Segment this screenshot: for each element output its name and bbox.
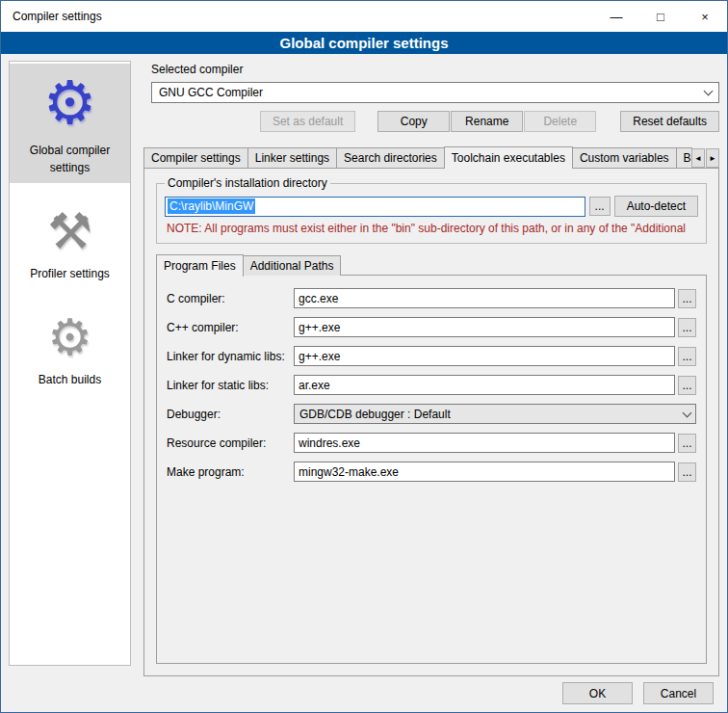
window-title: Compiler settings <box>1 10 594 23</box>
tab-scroll-left-icon[interactable]: ◄ <box>691 148 705 168</box>
copy-button[interactable]: Copy <box>377 111 450 132</box>
linker-static-browse-button[interactable]: ... <box>678 376 696 395</box>
form-row-cpp-compiler: C++ compiler: g++.exe ... <box>167 317 696 337</box>
tab-linker-settings[interactable]: Linker settings <box>247 147 337 168</box>
gear-blue-icon: ⚙ <box>13 73 127 133</box>
program-tabstrip: Program Files Additional Paths <box>156 253 718 276</box>
form-row-resource-compiler: Resource compiler: windres.exe ... <box>167 433 696 453</box>
minimize-button[interactable]: — <box>594 1 638 32</box>
installation-directory-row: C:\raylib\MinGW ... Auto-detect <box>165 196 698 217</box>
form-row-linker-static: Linker for static libs: ar.exe ... <box>167 375 696 395</box>
cancel-button[interactable]: Cancel <box>643 682 714 704</box>
titlebar: Compiler settings — □ × <box>1 1 727 32</box>
make-program-value: mingw32-make.exe <box>299 465 399 479</box>
installation-directory-input[interactable]: C:\raylib\MinGW <box>165 197 585 217</box>
sidebar-item-label: Profiler settings <box>30 267 110 280</box>
form-row-debugger: Debugger: GDB/CDB debugger : Default <box>167 404 696 424</box>
compiler-button-row: Set as default Copy Rename Delete Reset … <box>143 111 719 132</box>
delete-button[interactable]: Delete <box>524 111 596 132</box>
linker-dynamic-label: Linker for dynamic libs: <box>167 350 294 363</box>
ok-button[interactable]: OK <box>562 682 633 704</box>
sidebar-item-label: Batch builds <box>39 373 101 386</box>
c-compiler-label: C compiler: <box>167 292 294 305</box>
form-row-make-program: Make program: mingw32-make.exe ... <box>167 462 696 482</box>
linker-dynamic-value: g++.exe <box>299 350 340 363</box>
debugger-label: Debugger: <box>167 408 294 421</box>
sidebar-item-batch-builds[interactable]: ⚙ Batch builds <box>10 303 130 395</box>
browse-directory-button[interactable]: ... <box>589 197 611 216</box>
tab-toolchain-executables[interactable]: Toolchain executables <box>444 146 573 169</box>
form-row-c-compiler: C compiler: gcc.exe ... <box>167 288 696 308</box>
make-program-browse-button[interactable]: ... <box>678 462 696 482</box>
cpp-compiler-label: C++ compiler: <box>167 321 294 334</box>
set-as-default-button[interactable]: Set as default <box>260 111 355 132</box>
sidebar: ⚙ Global compiler settings ⚒ Profiler se… <box>9 61 131 666</box>
form-row-linker-dynamic: Linker for dynamic libs: g++.exe ... <box>167 346 696 366</box>
resource-compiler-value: windres.exe <box>299 436 360 450</box>
maximize-button[interactable]: □ <box>638 1 683 32</box>
installation-directory-groupbox: Compiler's installation directory C:\ray… <box>156 176 707 244</box>
tab-custom-variables[interactable]: Custom variables <box>572 147 677 168</box>
make-program-label: Make program: <box>167 465 294 479</box>
chevron-down-icon <box>683 408 692 417</box>
dialog-footer: OK Cancel <box>562 682 714 704</box>
toolchain-panel: Compiler's installation directory C:\ray… <box>143 168 719 676</box>
tab-build-options[interactable]: Build <box>676 147 692 168</box>
cpp-compiler-input[interactable]: g++.exe <box>294 317 675 337</box>
rename-button[interactable]: Rename <box>451 111 523 132</box>
resource-compiler-input[interactable]: windres.exe <box>294 433 675 453</box>
sidebar-item-global-compiler-settings[interactable]: ⚙ Global compiler settings <box>10 64 130 183</box>
debugger-value: GDB/CDB debugger : Default <box>299 408 451 421</box>
cpp-compiler-browse-button[interactable]: ... <box>678 318 696 337</box>
window-controls: — □ × <box>594 1 727 32</box>
compiler-select[interactable]: GNU GCC Compiler <box>151 82 719 103</box>
linker-static-label: Linker for static libs: <box>167 379 294 392</box>
installation-directory-value: C:\raylib\MinGW <box>168 198 255 214</box>
tab-search-directories[interactable]: Search directories <box>336 147 445 168</box>
subtab-additional-paths[interactable]: Additional Paths <box>243 255 342 276</box>
profiler-tool-icon: ⚒ <box>13 206 127 256</box>
debugger-select[interactable]: GDB/CDB debugger : Default <box>294 404 696 424</box>
c-compiler-input[interactable]: gcc.exe <box>294 288 675 308</box>
compiler-settings-window: Compiler settings — □ × Global compiler … <box>0 0 728 713</box>
linker-dynamic-input[interactable]: g++.exe <box>294 346 675 366</box>
close-button[interactable]: × <box>683 1 727 32</box>
chevron-down-icon <box>704 87 714 96</box>
main-panel: Selected compiler GNU GCC Compiler Set a… <box>143 61 719 676</box>
program-files-panel: C compiler: gcc.exe ... C++ compiler: g+… <box>156 275 707 664</box>
make-program-input[interactable]: mingw32-make.exe <box>294 462 675 482</box>
subtab-program-files[interactable]: Program Files <box>156 254 244 277</box>
tab-compiler-settings[interactable]: Compiler settings <box>143 147 248 168</box>
dialog-header: Global compiler settings <box>1 32 727 54</box>
resource-compiler-label: Resource compiler: <box>167 436 294 450</box>
selected-compiler-label: Selected compiler <box>151 63 719 76</box>
tab-scroll-right-icon[interactable]: ► <box>706 148 719 168</box>
sidebar-item-label: Global compiler settings <box>30 144 110 174</box>
resource-compiler-browse-button[interactable]: ... <box>678 434 696 453</box>
gear-gray-icon: ⚙ <box>13 312 127 362</box>
linker-dynamic-browse-button[interactable]: ... <box>678 347 696 366</box>
installation-directory-title: Compiler's installation directory <box>165 176 330 190</box>
tab-scroll-buttons: ◄ ► <box>691 148 719 168</box>
linker-static-input[interactable]: ar.exe <box>294 375 675 395</box>
dialog-body: ⚙ Global compiler settings ⚒ Profiler se… <box>1 54 727 713</box>
c-compiler-value: gcc.exe <box>299 292 338 305</box>
cpp-compiler-value: g++.exe <box>299 321 340 334</box>
reset-defaults-button[interactable]: Reset defaults <box>620 111 719 132</box>
settings-tabstrip: Compiler settings Linker settings Search… <box>143 145 719 168</box>
linker-static-value: ar.exe <box>299 379 330 392</box>
sidebar-item-profiler-settings[interactable]: ⚒ Profiler settings <box>10 197 130 289</box>
c-compiler-browse-button[interactable]: ... <box>678 289 696 308</box>
bin-subdirectory-note: NOTE: All programs must exist either in … <box>167 222 696 235</box>
auto-detect-button[interactable]: Auto-detect <box>614 196 698 217</box>
compiler-select-value: GNU GCC Compiler <box>159 86 263 99</box>
